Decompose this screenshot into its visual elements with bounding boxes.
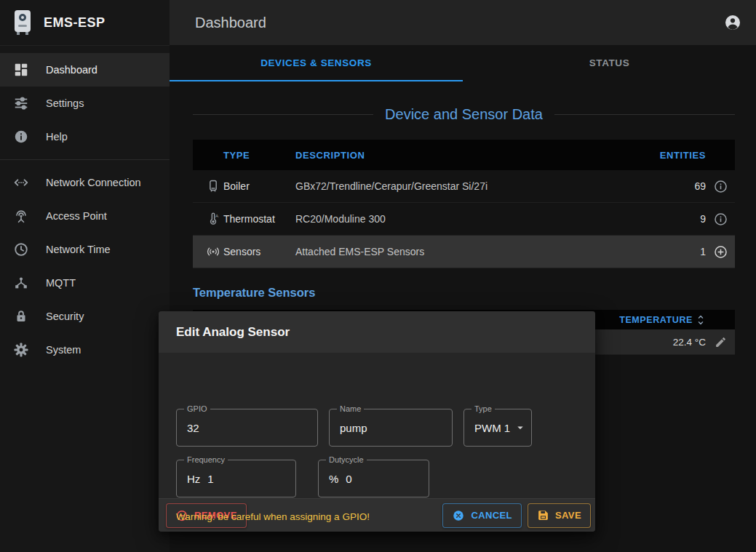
frequency-unit: Hz (187, 473, 200, 485)
type-select[interactable]: Type PWM 1 (463, 409, 532, 447)
edit-analog-sensor-dialog: Edit Analog Sensor GPIO 32 Name pump Typ… (159, 311, 595, 532)
sensors-icon (204, 243, 222, 260)
info-circle-icon[interactable] (706, 212, 735, 227)
sidebar-header: EMS-ESP (0, 0, 170, 46)
app-title: EMS-ESP (44, 15, 106, 31)
tab-status[interactable]: STATUS (463, 45, 756, 81)
chevron-down-icon (514, 421, 527, 434)
sidebar-item-help[interactable]: Help (0, 120, 170, 153)
dutycycle-field[interactable]: Dutycycle % 0 (318, 460, 429, 497)
sidebar-item-security[interactable]: Security (0, 300, 170, 333)
edit-pencil-icon[interactable] (706, 336, 735, 348)
sidebar-item-system[interactable]: System (0, 333, 170, 367)
lock-icon (12, 308, 30, 325)
sidebar-item-label: System (46, 344, 81, 356)
sidebar-item-label: MQTT (46, 277, 76, 289)
sidebar-item-dashboard[interactable]: Dashboard (0, 53, 170, 87)
clock-icon (12, 241, 30, 258)
antenna-icon (12, 207, 30, 225)
dialog-body: GPIO 32 Name pump Type PWM 1 Frequency H… (159, 353, 595, 498)
app-bar: Dashboard (170, 0, 756, 45)
device-table-header: TYPE DESCRIPTION ENTITIES (193, 140, 735, 170)
sidebar-item-label: Network Time (46, 244, 111, 255)
info-circle-icon[interactable] (706, 179, 735, 194)
col-header-description: DESCRIPTION (295, 150, 618, 161)
section-title: Device and Sensor Data (385, 106, 543, 123)
dutycycle-field-value: 0 (346, 473, 351, 485)
table-row-boiler[interactable]: Boiler GBx72/Trendline/Cerapur/Greenstar… (193, 170, 735, 203)
table-row-sensors[interactable]: Sensors Attached EMS-ESP Sensors 1 (193, 236, 735, 268)
app-root: EMS-ESP Dashboard (0, 0, 756, 552)
sidebar-item-network-time[interactable]: Network Time (0, 233, 170, 266)
info-icon (12, 128, 30, 145)
sidebar-item-label: Network Connection (46, 177, 141, 188)
sidebar-item-label: Access Point (46, 210, 107, 222)
save-button[interactable]: SAVE (528, 503, 591, 528)
col-header-entities: ENTITIES (618, 150, 706, 161)
gpio-field-value: 32 (187, 422, 199, 434)
sidebar-item-network-connection[interactable]: Network Connection (0, 166, 170, 199)
sort-icon (696, 314, 706, 326)
save-floppy-icon (537, 509, 549, 521)
cancel-button[interactable]: CANCEL (442, 503, 522, 528)
ethernet-icon (12, 174, 30, 191)
add-circle-icon[interactable] (706, 244, 735, 260)
frequency-field[interactable]: Frequency Hz 1 (176, 460, 296, 497)
sidebar-item-label: Security (46, 311, 84, 322)
gpio-warning-text: Warning: be careful when assigning a GPI… (176, 511, 370, 522)
gear-icon (12, 341, 30, 359)
tab-devices-sensors[interactable]: DEVICES & SENSORS (170, 45, 463, 81)
dashboard-icon (12, 61, 30, 79)
tune-icon (12, 95, 30, 112)
frequency-field-value: 1 (207, 473, 213, 485)
sidebar-item-mqtt[interactable]: MQTT (0, 266, 170, 300)
dialog-title: Edit Analog Sensor (159, 311, 595, 353)
name-field-value: pump (340, 422, 367, 434)
tab-bar: DEVICES & SENSORS STATUS (170, 45, 756, 81)
device-hub-icon (12, 274, 30, 292)
boiler-icon (204, 177, 222, 195)
type-select-value: PWM 1 (474, 422, 510, 434)
name-field[interactable]: Name pump (329, 409, 453, 447)
sidebar: EMS-ESP Dashboard (0, 0, 170, 552)
col-header-type: TYPE (204, 150, 295, 161)
sidebar-item-label: Dashboard (46, 64, 98, 76)
sidebar-item-access-point[interactable]: Access Point (0, 199, 170, 233)
name-field-label: Name (337, 404, 364, 414)
page-title: Dashboard (195, 15, 266, 31)
dutycycle-unit: % (329, 473, 338, 485)
gpio-field[interactable]: GPIO 32 (176, 409, 318, 447)
cancel-circle-icon (452, 509, 465, 522)
account-icon[interactable] (724, 14, 741, 31)
sidebar-nav: Dashboard Settings (0, 46, 170, 367)
gpio-field-label: GPIO (184, 404, 210, 414)
type-select-label: Type (471, 404, 495, 414)
app-logo-icon (12, 9, 33, 36)
sidebar-divider (0, 159, 170, 160)
thermostat-icon: A (204, 210, 222, 228)
dutycycle-field-label: Dutycycle (326, 455, 367, 465)
section-title-divider: Device and Sensor Data (193, 103, 735, 125)
sidebar-item-settings[interactable]: Settings (0, 87, 170, 120)
sidebar-item-label: Help (46, 131, 68, 143)
device-table: TYPE DESCRIPTION ENTITIES Boiler (193, 140, 735, 268)
temperature-sensors-title: Temperature Sensors (193, 286, 735, 300)
table-row-thermostat[interactable]: A Thermostat RC20/Moduline 300 9 (193, 203, 735, 236)
frequency-field-label: Frequency (184, 455, 228, 465)
svg-text:A: A (215, 213, 219, 218)
sidebar-item-label: Settings (46, 97, 84, 109)
